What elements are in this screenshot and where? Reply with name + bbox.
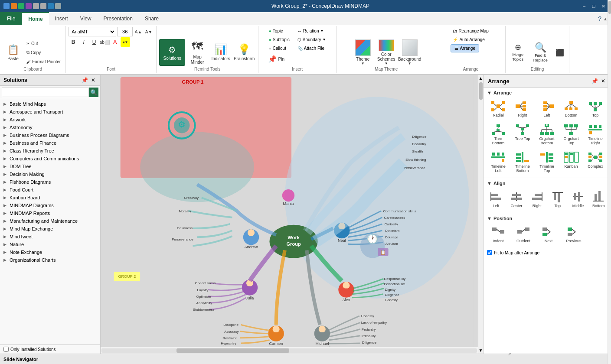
scroll-thumb[interactable] bbox=[479, 82, 483, 100]
align-left-button[interactable]: Left bbox=[487, 188, 505, 210]
menu-file[interactable]: File bbox=[0, 12, 22, 25]
solution-item[interactable]: ▶Mind Map Exchange bbox=[0, 225, 100, 233]
solution-item[interactable]: ▶Nature bbox=[0, 240, 100, 248]
align-top-button[interactable]: Top bbox=[549, 188, 566, 210]
font-misc-button[interactable]: ab⬜ bbox=[100, 37, 109, 47]
merge-topics-button[interactable]: ⊕ Merge Topics bbox=[508, 39, 527, 66]
menu-tab-view[interactable]: View bbox=[74, 12, 98, 25]
ribbon-expand-button[interactable]: ▲ bbox=[603, 16, 608, 21]
arrange-timeline-bottom-button[interactable]: Timeline Bottom bbox=[511, 149, 534, 175]
minimize-button[interactable]: – bbox=[580, 2, 588, 10]
solution-item[interactable]: ▶Basic Mind Maps bbox=[0, 100, 100, 108]
arrange-panel-pin[interactable]: 📌 bbox=[591, 78, 598, 84]
color-schemes-button[interactable]: Color Schemes ▼ bbox=[375, 39, 398, 66]
next-button[interactable]: Next bbox=[537, 224, 560, 245]
solution-item[interactable]: ▶Artwork bbox=[0, 116, 100, 124]
menu-tab-home[interactable]: Home bbox=[22, 12, 49, 25]
italic-button[interactable]: I bbox=[79, 37, 88, 47]
copy-button[interactable]: ⧉ Copy bbox=[24, 48, 63, 57]
solution-item[interactable]: ▶Fishbone Diagrams bbox=[0, 178, 100, 186]
pin-button[interactable]: 📌 Pin bbox=[267, 53, 286, 66]
auto-arrange-button[interactable]: ⚡ Auto Arrange bbox=[451, 36, 487, 44]
menu-tab-insert[interactable]: Insert bbox=[49, 12, 74, 25]
solution-item[interactable]: ▶Food Court bbox=[0, 186, 100, 194]
solution-item[interactable]: ▶Class Hierarchy Tree bbox=[0, 147, 100, 155]
paste-button[interactable]: 📋 Paste bbox=[3, 39, 23, 66]
solution-item[interactable]: ▶Computers and Communications bbox=[0, 155, 100, 162]
font-size-input[interactable] bbox=[117, 27, 133, 36]
arrange-timeline-top-button[interactable]: Timeline Top bbox=[536, 149, 558, 175]
arrange-bottom-button[interactable]: Bottom bbox=[560, 98, 582, 120]
align-section-title[interactable]: ▼ Align bbox=[487, 181, 608, 186]
relation-button[interactable]: ↔ Relation ▼ bbox=[295, 27, 328, 35]
bold-button[interactable]: B bbox=[69, 37, 78, 47]
misc-editing-button[interactable]: ⬛ bbox=[553, 39, 566, 66]
arrange-timeline-right-button[interactable]: Timeline Right bbox=[584, 121, 607, 147]
position-section-title[interactable]: ▼ Position bbox=[487, 216, 608, 221]
align-center-button[interactable]: Center bbox=[507, 188, 525, 210]
solution-item[interactable]: ▶Manufacturing and Maintenance bbox=[0, 217, 100, 225]
solution-item[interactable]: ▶MINDMAP Diagrams bbox=[0, 202, 100, 209]
solution-item[interactable]: ▶DOM Tree bbox=[0, 162, 100, 170]
arrange-panel-vscroll[interactable] bbox=[608, 75, 611, 354]
fit-to-map-checkbox[interactable] bbox=[487, 250, 492, 255]
attach-file-button[interactable]: 📎 Attach File bbox=[295, 44, 328, 52]
callout-button[interactable]: ● Callout bbox=[267, 44, 292, 52]
align-right-button[interactable]: Right bbox=[528, 188, 546, 210]
maximize-button[interactable]: □ bbox=[589, 2, 598, 10]
text-bg-button[interactable]: ■▼ bbox=[121, 37, 130, 47]
arrange-orgchart-top-button[interactable]: Orgchart Top bbox=[560, 121, 582, 147]
align-bottom-button[interactable]: Bottom bbox=[590, 188, 608, 210]
solution-item[interactable]: ▶Decision Making bbox=[0, 170, 100, 178]
solution-item[interactable]: ▶MINDMAP Reports bbox=[0, 209, 100, 217]
arrange-tree-bottom-button[interactable]: Tree Bottom bbox=[487, 121, 510, 147]
rearrange-map-button[interactable]: 🗂 Rearrange Map bbox=[451, 27, 490, 35]
indicators-button[interactable]: 📊 Indicators bbox=[209, 39, 232, 66]
solution-item[interactable]: ▶Kanban Board bbox=[0, 194, 100, 202]
vertical-scrollbar[interactable]: ▲ ▼ bbox=[478, 75, 483, 354]
arrange-orgchart-bottom-button[interactable]: Orgchart Bottom bbox=[536, 121, 558, 147]
find-replace-button[interactable]: 🔍 Find & Replace bbox=[529, 39, 552, 66]
cut-button[interactable]: ✂ Cut bbox=[24, 39, 63, 48]
subtopic-button[interactable]: ● Subtopic bbox=[267, 36, 292, 44]
font-color-button[interactable]: A bbox=[110, 37, 120, 47]
arrange-radial-button[interactable]: Radial bbox=[487, 98, 510, 120]
topic-button[interactable]: ● Topic bbox=[267, 27, 292, 35]
arrange-left-button[interactable]: Left bbox=[536, 98, 558, 120]
arrange-right-button[interactable]: Right bbox=[511, 98, 534, 120]
arrange-panel-close[interactable]: ✕ bbox=[600, 78, 607, 84]
indent-button[interactable]: Indent bbox=[487, 224, 510, 245]
canvas-area[interactable]: GROUP 1 GROUP 2 Work Group Andrew Julia bbox=[101, 75, 478, 354]
arrange-timeline-left-button[interactable]: Timeline Left bbox=[487, 149, 510, 175]
solution-item[interactable]: ▶Note Exchange bbox=[0, 248, 100, 256]
menu-tab-presentation[interactable]: Presentation bbox=[98, 12, 139, 25]
arrange-complex-button[interactable]: Complex bbox=[584, 149, 607, 175]
splitter-left[interactable] bbox=[201, 75, 203, 354]
format-painter-button[interactable]: 🖌 Format Painter bbox=[24, 57, 63, 66]
map-minder-button[interactable]: 🗺 Map Minder bbox=[186, 39, 209, 66]
underline-button[interactable]: U bbox=[89, 37, 99, 47]
menu-tab-share[interactable]: Share bbox=[139, 12, 165, 25]
only-installed-checkbox[interactable] bbox=[3, 347, 9, 352]
brainstorm-button[interactable]: 💡 Brainstorm bbox=[233, 39, 255, 66]
scroll-up-button[interactable]: ▲ bbox=[479, 76, 483, 81]
arrange-section-title[interactable]: ▼ Arrange bbox=[487, 90, 608, 95]
solution-item[interactable]: ▶MindTweet bbox=[0, 233, 100, 240]
solution-item[interactable]: ▶Astronomy bbox=[0, 124, 100, 131]
solutions-button[interactable]: ⚙ Solutions bbox=[159, 39, 185, 66]
align-middle-button[interactable]: Middle bbox=[569, 188, 587, 210]
horizontal-scroll-thumb[interactable] bbox=[176, 348, 289, 353]
font-family-select[interactable]: ArialMT bbox=[69, 27, 116, 36]
solutions-search-button[interactable]: 🔍 bbox=[89, 88, 98, 97]
theme-button[interactable]: Theme ▼ bbox=[352, 39, 374, 66]
outdent-button[interactable]: Outdent bbox=[512, 224, 535, 245]
previous-button[interactable]: Previous bbox=[562, 224, 585, 245]
arrange-top-button[interactable]: Top bbox=[584, 98, 607, 120]
arrange-active-button[interactable]: ☰ Arrange bbox=[451, 44, 479, 52]
arrange-kanban-button[interactable]: Kanban bbox=[560, 149, 582, 175]
background-button[interactable]: Background ▼ bbox=[399, 39, 421, 66]
scroll-down-button[interactable]: ▼ bbox=[479, 348, 483, 353]
arrange-tree-top-button[interactable]: Tree Top bbox=[511, 121, 534, 147]
map-theme-expand[interactable]: ↗ bbox=[508, 352, 511, 356]
solutions-search-input[interactable] bbox=[2, 88, 89, 97]
